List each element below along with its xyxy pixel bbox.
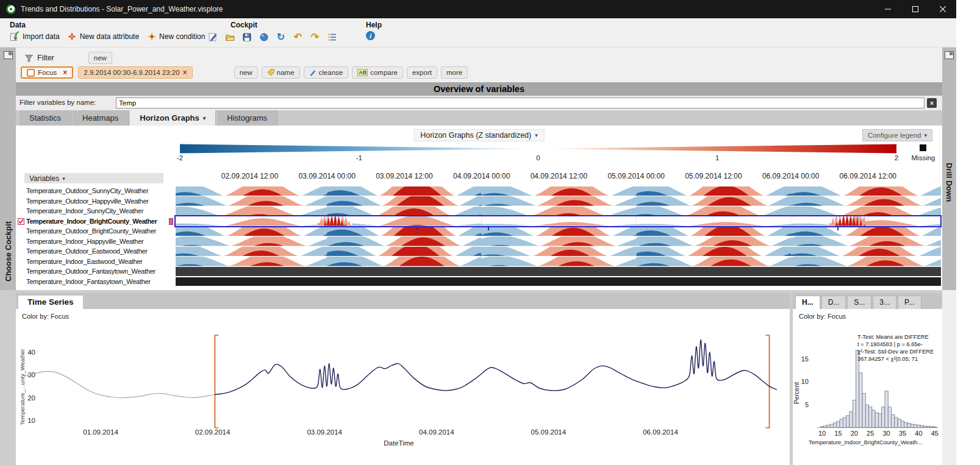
horizon-plot[interactable]: [176, 196, 941, 206]
svg-text:04.09.2014: 04.09.2014: [419, 428, 454, 436]
variable-row[interactable]: Temperature_Outdoor_Happyville_Weather: [16, 196, 942, 207]
filter-variables-label: Filter variables by name:: [20, 99, 96, 106]
overview-header: Overview of variables: [16, 82, 942, 96]
variable-row[interactable]: Temperature_Indoor_Eastwood_Weather: [16, 257, 942, 267]
horizon-plot[interactable]: [176, 186, 941, 196]
variable-row[interactable]: Temperature_Indoor_BrightCounty_Weather: [16, 216, 942, 227]
new-condition-icon: [146, 31, 157, 41]
variable-row[interactable]: Temperature_Outdoor_Fantasytown_Weather: [16, 266, 942, 277]
variable-label[interactable]: Temperature_Indoor_Happyville_Weather: [16, 236, 174, 247]
horizon-plot[interactable]: [176, 227, 941, 236]
save-cockpit-icon[interactable]: [241, 32, 252, 42]
variable-label[interactable]: Temperature_Indoor_BrightCounty_Weather: [16, 216, 174, 227]
close-button[interactable]: [929, 0, 956, 18]
focus-icon: [27, 69, 35, 77]
legend-tick: 1: [715, 154, 719, 162]
configure-legend-button[interactable]: Configure legend ▾: [862, 129, 932, 141]
legend-tick: -1: [356, 154, 362, 162]
variable-row[interactable]: Temperature_Indoor_Fantasytown_Weather: [16, 277, 942, 287]
variable-label[interactable]: Temperature_Outdoor_SunnyCity_Weather: [16, 186, 174, 196]
filter-action-more[interactable]: more: [441, 66, 468, 79]
variable-row[interactable]: Temperature_Indoor_Happyville_Weather: [16, 236, 942, 247]
panel-icon[interactable]: [4, 51, 13, 59]
close-icon[interactable]: ×: [63, 68, 67, 77]
variable-row[interactable]: Temperature_Outdoor_BrightCounty_Weather: [16, 226, 942, 236]
page-title: Overview of variables: [434, 84, 524, 94]
new-condition-button[interactable]: New condition: [146, 31, 205, 41]
filter-new-button[interactable]: new: [88, 52, 112, 64]
drill-down-label[interactable]: Drill Down: [945, 163, 954, 202]
edit-cockpit-icon[interactable]: [207, 32, 218, 42]
histogram-tab-2[interactable]: D...: [821, 296, 846, 309]
filter-variables-input[interactable]: [116, 98, 925, 108]
svg-text:05.09.2014: 05.09.2014: [531, 428, 567, 436]
help-info-icon[interactable]: i: [366, 31, 375, 40]
variable-row[interactable]: Temperature_Outdoor_SunnyCity_Weather: [16, 186, 942, 196]
tab-heatmaps[interactable]: Heatmaps: [73, 110, 129, 126]
legend-tick: -2: [177, 154, 183, 162]
checkbox-checked-icon[interactable]: [18, 218, 24, 225]
reset-icon[interactable]: ↻: [276, 32, 286, 42]
redo-icon[interactable]: ↷: [310, 32, 320, 42]
new-data-attribute-button[interactable]: New data attribute: [67, 31, 139, 41]
filter-action-export[interactable]: export: [407, 66, 437, 79]
missing-swatch: [920, 144, 926, 151]
maximize-button[interactable]: [901, 0, 929, 18]
variable-label[interactable]: Temperature_Outdoor_Happyville_Weather: [16, 196, 174, 207]
filter-action-cleanse[interactable]: cleanse: [304, 66, 349, 79]
left-sidebar: Choose Cockpit: [0, 48, 16, 290]
horizon-time-axis: 02.09.2014 12:0003.09.2014 00:0003.09.20…: [176, 172, 941, 181]
variables-header-dropdown[interactable]: Variables ▾: [24, 173, 163, 183]
horizon-plot-missing[interactable]: [176, 277, 941, 286]
histogram-tab-4[interactable]: 3...: [873, 296, 896, 309]
variables-header-label: Variables: [29, 174, 59, 183]
tab-histograms[interactable]: Histograms: [217, 110, 277, 126]
variable-label[interactable]: Temperature_Indoor_SunnyCity_Weather: [16, 206, 174, 216]
choose-cockpit-label[interactable]: Choose Cockpit: [4, 221, 13, 282]
variable-row[interactable]: Temperature_Outdoor_Eastwood_Weather: [16, 246, 942, 257]
histogram-tab-3[interactable]: S...: [847, 296, 871, 309]
horizon-panel: Horizon Graphs (Z standardized) ▾ Config…: [16, 126, 942, 290]
horizon-mode-dropdown[interactable]: Horizon Graphs (Z standardized) ▾: [413, 129, 545, 141]
horizon-plot-missing[interactable]: [176, 267, 941, 276]
focus-range-chip[interactable]: 2.9.2014 00:30-6.9.2014 23:20 ×: [78, 66, 192, 79]
style-cockpit-icon[interactable]: [259, 32, 269, 42]
histogram-tab-5[interactable]: P...: [898, 296, 921, 309]
import-data-label: Import data: [23, 32, 60, 41]
timeseries-svg[interactable]: 10203040Temperature_...unty_Weather01.09…: [16, 321, 790, 465]
bottom-panels: Time Series Color by: Focus 10203040Temp…: [0, 290, 942, 465]
time-axis-label: 06.09.2014 12:00: [840, 172, 896, 180]
close-icon[interactable]: ×: [183, 68, 187, 77]
tab-time-series[interactable]: Time Series: [18, 296, 83, 309]
variable-label[interactable]: Temperature_Indoor_Fantasytown_Weather: [16, 277, 174, 287]
variable-label[interactable]: Temperature_Outdoor_Eastwood_Weather: [16, 246, 174, 257]
overview-tabs: StatisticsHeatmapsHorizon Graphs▾Histogr…: [16, 110, 942, 126]
horizon-plot[interactable]: [176, 247, 941, 257]
import-data-button[interactable]: Import data: [10, 31, 60, 41]
horizon-plot[interactable]: [176, 236, 941, 246]
horizon-plot[interactable]: [176, 216, 941, 226]
variable-label[interactable]: Temperature_Outdoor_Fantasytown_Weather: [16, 266, 174, 277]
minimize-button[interactable]: [874, 0, 901, 18]
selection-marker: [169, 218, 173, 225]
time-axis-label: 03.09.2014 00:00: [298, 172, 355, 180]
compare-ab-icon: AB: [357, 69, 368, 76]
variable-label[interactable]: Temperature_Indoor_Eastwood_Weather: [16, 257, 174, 267]
horizon-plot[interactable]: [176, 207, 941, 216]
undo-icon[interactable]: ↶: [293, 32, 303, 42]
time-axis-label: 05.09.2014 12:00: [685, 172, 742, 180]
filter-action-new[interactable]: new: [234, 66, 258, 79]
panel-icon[interactable]: [945, 51, 954, 59]
horizon-plot[interactable]: [176, 257, 941, 266]
tab-horizon-graphs[interactable]: Horizon Graphs▾: [130, 110, 216, 126]
filter-action-compare[interactable]: ABcompare: [352, 66, 403, 79]
open-cockpit-icon[interactable]: [224, 32, 235, 42]
list-icon[interactable]: [327, 32, 337, 42]
clear-filter-icon[interactable]: ×: [927, 98, 937, 108]
variable-row[interactable]: Temperature_Indoor_SunnyCity_Weather: [16, 206, 942, 216]
focus-chip[interactable]: Focus ×: [21, 66, 73, 79]
histogram-tab-1[interactable]: H...: [795, 296, 820, 309]
filter-action-name[interactable]: name: [262, 66, 300, 79]
tab-statistics[interactable]: Statistics: [20, 110, 71, 126]
variable-label[interactable]: Temperature_Outdoor_BrightCounty_Weather: [16, 226, 174, 236]
